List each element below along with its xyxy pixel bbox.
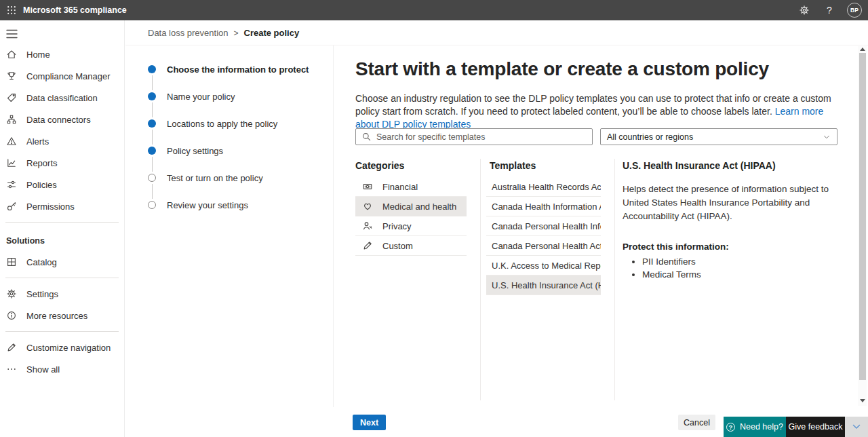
give-feedback-button[interactable]: Give feedback [786,417,845,437]
template-uk-medical-reports[interactable]: U.K. Access to Medical Reports Act [486,256,601,276]
category-custom[interactable]: Custom [355,236,467,256]
template-canada-phip[interactable]: Canada Personal Health Act (PHIP… [486,236,601,256]
sidebar-item-show-all[interactable]: Show all [0,358,124,380]
sidebar-item-settings[interactable]: Settings [0,283,124,305]
page-description: Choose an industry regulation to see the… [355,92,840,131]
key-icon [6,201,17,212]
sidebar-item-label: Policies [26,180,57,190]
sidebar-item-alerts[interactable]: Alerts [0,130,124,152]
feedback-collapse-button[interactable] [845,417,868,437]
help-circle-icon: ? [726,423,735,432]
app-window: Microsoft 365 compliance ? BP [0,0,868,437]
sidebar-item-home[interactable]: Home [0,43,124,65]
flow-icon [6,114,17,125]
wizard-step-policy-settings[interactable]: Policy settings [148,145,326,156]
category-privacy[interactable]: Privacy [355,216,467,236]
sidebar-item-data-connectors[interactable]: Data connectors [0,109,124,130]
sidebar-item-label: Home [26,50,50,60]
sidebar-item-label: More resources [26,311,87,321]
divider [333,45,334,407]
template-detail-panel: U.S. Health Insurance Act (HIPAA) Helps … [623,160,838,281]
wizard-step-choose-information[interactable]: Choose the information to protect [148,64,326,75]
protect-item: PII Identifiers [642,255,838,268]
breadcrumb: Data loss prevention > Create policy [148,28,299,38]
region-dropdown[interactable]: All countries or regions [600,128,837,145]
wizard-step-review-settings[interactable]: Review your settings [148,200,326,210]
step-dot [148,174,156,182]
sliders-icon [6,179,17,190]
scrollbar-up-arrow[interactable] [860,48,865,51]
templates-header: Templates [486,160,601,171]
ellipsis-icon [6,364,17,375]
step-label: Choose the information to protect [167,64,309,75]
gear-icon [6,288,17,299]
sidebar: Home Compliance Manager Data classificat… [0,20,125,437]
sidebar-item-policies[interactable]: Policies [0,174,124,195]
heart-icon [362,201,373,212]
scrollbar-track[interactable] [858,46,867,406]
sidebar-item-label: Reports [26,158,58,168]
step-label: Policy settings [167,146,223,156]
sidebar-item-compliance-manager[interactable]: Compliance Manager [0,65,124,87]
app-launcher-button[interactable] [0,0,23,20]
template-label: Canada Personal Health Act (PHIP… [492,241,601,251]
sidebar-item-more-resources[interactable]: More resources [0,305,124,326]
breadcrumb-parent[interactable]: Data loss prevention [148,28,229,38]
category-medical-and-health[interactable]: Medical and health [355,197,467,216]
banknote-icon [362,181,373,192]
wizard-step-test-or-turn-on[interactable]: Test or turn on the policy [148,172,326,183]
search-icon [361,132,372,142]
step-label: Name your policy [167,92,235,102]
tag-icon [6,92,17,103]
help-button[interactable]: ? [822,3,837,18]
region-dropdown-value: All countries or regions [607,132,693,142]
help-icon: ? [827,5,832,16]
detail-description: Helps detect the presence of information… [623,183,838,223]
cancel-button[interactable]: Cancel [678,415,715,430]
settings-button[interactable] [797,3,812,18]
search-input[interactable] [376,132,587,142]
scrollbar-down-arrow[interactable] [860,399,865,402]
solutions-section-label: Solutions [0,227,124,251]
sidebar-item-reports[interactable]: Reports [0,152,124,174]
template-search[interactable] [355,128,593,145]
hamburger-icon [6,29,20,39]
sidebar-item-label: Customize navigation [26,343,111,353]
info-icon [6,310,17,321]
next-button[interactable]: Next [353,415,386,430]
template-canada-health-information[interactable]: Canada Health Information Act (HI… [486,197,601,216]
template-us-hipaa[interactable]: U.S. Health Insurance Act (HIPAA) [486,276,601,295]
category-label: Financial [382,182,418,192]
app-title: Microsoft 365 compliance [23,5,127,15]
sidebar-item-catalog[interactable]: Catalog [0,251,124,273]
sidebar-item-label: Data connectors [26,115,91,125]
divider [614,159,615,400]
sidebar-item-permissions[interactable]: Permissions [0,195,124,217]
template-label: Australia Health Records Act (HRIP… [492,182,601,192]
chevron-down-icon [851,421,862,432]
step-dot [148,201,156,209]
template-australia-hrip[interactable]: Australia Health Records Act (HRIP… [486,177,601,197]
trophy-icon [6,71,17,81]
step-label: Locations to apply the policy [167,119,277,129]
avatar[interactable]: BP [847,3,862,18]
topbar-actions: ? BP [797,3,868,18]
sidebar-item-data-classification[interactable]: Data classification [0,87,124,109]
sidebar-item-label: Alerts [26,136,49,147]
chart-icon [6,157,17,168]
wizard-step-locations[interactable]: Locations to apply the policy [148,118,326,129]
sidebar-item-label: Data classification [26,93,98,103]
need-help-button[interactable]: ? Need help? [724,417,786,437]
scrollbar-thumb[interactable] [859,53,866,380]
sidebar-item-label: Catalog [26,257,57,267]
template-canada-personal-health-information[interactable]: Canada Personal Health Informatio… [486,216,601,236]
grid-icon [6,256,17,267]
category-label: Privacy [382,221,412,231]
sidebar-item-customize-navigation[interactable]: Customize navigation [0,337,124,358]
template-label: U.S. Health Insurance Act (HIPAA) [492,280,601,290]
nav-collapse-button[interactable] [6,29,20,39]
step-dot [148,147,156,155]
wizard-step-name-policy[interactable]: Name your policy [148,91,326,102]
category-financial[interactable]: Financial [355,177,467,197]
sidebar-item-label: Settings [26,289,58,299]
